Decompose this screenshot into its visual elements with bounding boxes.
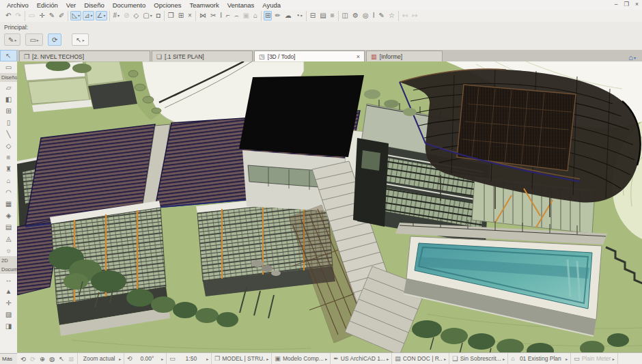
menu-ventanas[interactable]: Ventanas <box>223 1 259 9</box>
prev-tab-icon[interactable]: ↤ <box>401 11 409 20</box>
toolbox-section-2d[interactable]: 2D <box>0 256 17 265</box>
lock-icon[interactable]: ◘ <box>155 11 162 20</box>
object-tool[interactable]: ♜ <box>0 163 17 175</box>
figure-tool[interactable]: ▨ <box>0 309 17 320</box>
orbit-button[interactable]: ⟳ <box>48 33 61 46</box>
scale-control[interactable]: ▭1:50▸ <box>167 353 212 364</box>
minimize-button[interactable]: – <box>615 1 618 8</box>
coordinates-palette-button[interactable]: ▭▸ <box>25 33 42 46</box>
fit-in-window-icon[interactable]: ⊠ <box>68 355 74 363</box>
zoom-in-icon[interactable]: ⊕ <box>40 355 45 363</box>
zone-tool[interactable]: ◬ <box>0 233 17 244</box>
stair-tool[interactable]: ≡ <box>0 152 17 163</box>
slab-tool[interactable]: ◇ <box>0 140 17 152</box>
arrow-mode-button[interactable]: ↖▸ <box>72 33 88 46</box>
dimension-standard-control[interactable]: ▤CON DOC | R...▸ <box>392 353 449 364</box>
explore-icon[interactable]: ↖ <box>59 355 64 363</box>
tab-nivel-techos[interactable]: ❒[2. NIVEL TECHOS] <box>19 51 150 61</box>
next-tab-icon[interactable]: ↦ <box>410 11 419 20</box>
toolbox-section-document[interactable]: Docum <box>0 265 17 274</box>
adjust-icon[interactable]: I <box>219 11 223 20</box>
toolbox-section-diseno[interactable]: Diseño <box>0 73 17 82</box>
drag-icon[interactable]: ❐ <box>167 11 176 20</box>
morph-tool[interactable]: ◈ <box>0 210 17 221</box>
model-view-options-control[interactable]: ▣Modelo Comp...▸ <box>272 353 331 364</box>
tab-close-icon[interactable]: × <box>351 53 360 60</box>
door-tool[interactable]: ◧ <box>0 94 17 105</box>
window-tool[interactable]: ⊞ <box>0 105 17 117</box>
morph-edit-icon[interactable]: ⌂ <box>252 11 259 20</box>
tab-informe[interactable]: ▥[Informe] <box>366 51 443 61</box>
pickup-parameters-icon[interactable]: ✎ <box>48 11 56 20</box>
magic-wand-icon[interactable]: ▢▾ <box>141 11 153 20</box>
suspend-groups-icon[interactable]: ◇ <box>132 11 140 20</box>
snap-points-icon[interactable]: ∠▾ <box>96 11 107 20</box>
dimension-tool[interactable]: ↔ <box>0 274 17 285</box>
building-materials-icon[interactable]: ◫ <box>341 11 350 20</box>
pet-palette-button[interactable]: ✎▸ <box>4 33 20 46</box>
markup-icon[interactable]: ✎ <box>377 11 385 20</box>
dimension-unit-control[interactable]: ▭Plain Meter▸ <box>571 353 618 364</box>
clean-walls-icon[interactable]: ⊟ <box>309 11 317 20</box>
orientation-control[interactable]: ⟲0.00°▸ <box>124 353 167 364</box>
trim-icon[interactable]: ⋈ <box>198 11 208 20</box>
level-dimension-tool[interactable]: ▲ <box>0 285 17 297</box>
redo-icon[interactable]: ↷ <box>14 11 22 20</box>
annotation-icon[interactable]: ✏ <box>273 11 281 20</box>
3d-viewport[interactable] <box>17 61 642 353</box>
eraser-icon[interactable]: ⊘ <box>122 11 130 20</box>
snap-guides-icon[interactable]: ⊿▾ <box>83 11 94 20</box>
beam-tool[interactable]: ╲ <box>0 128 17 140</box>
guide-lines-icon[interactable]: ◺▾ <box>70 11 81 20</box>
close-button[interactable]: × <box>635 1 639 8</box>
fillet-icon[interactable]: ⌐ <box>225 11 232 20</box>
marquee-tool[interactable]: ▭ <box>0 61 17 73</box>
camera-icon[interactable]: ◎ <box>361 11 370 20</box>
zoom-box-icon[interactable]: ◍ <box>49 355 55 363</box>
split-icon[interactable]: ✂ <box>209 11 217 20</box>
lamp-tool[interactable]: ☼ <box>0 244 17 256</box>
menu-ayuda[interactable]: Ayuda <box>258 1 285 9</box>
hotspot-tool[interactable]: ✛ <box>0 297 17 309</box>
overwrite-control[interactable]: ❑Sin Sobrescrit...▸ <box>449 353 508 364</box>
roof-tool[interactable]: ⌂ <box>0 175 17 186</box>
grid-snap-icon[interactable]: #▾ <box>112 11 122 20</box>
schedule-icon[interactable]: ≡ <box>329 11 336 20</box>
drawing-tool[interactable]: ◨ <box>0 320 17 332</box>
arc-icon[interactable]: ⌢ <box>233 11 240 20</box>
mesh-tool[interactable]: ▦ <box>0 198 17 210</box>
menu-opciones[interactable]: Opciones <box>150 1 185 9</box>
menu-diseno[interactable]: Diseño <box>80 1 109 9</box>
layer-combination-control[interactable]: ❐MODEL | STRU...▸ <box>212 353 272 364</box>
shell-tool[interactable]: ◠ <box>0 186 17 198</box>
menu-edicion[interactable]: Edición <box>33 1 62 9</box>
marquee-icon[interactable]: ⊞ <box>264 11 272 20</box>
menu-archivo[interactable]: Archivo <box>3 1 33 9</box>
move-extras-icon[interactable]: ✛ <box>38 11 46 20</box>
gear-settings-icon[interactable]: ⚙ <box>351 11 360 20</box>
visual-compare-icon[interactable]: ◔▾ <box>294 11 304 20</box>
favorites-book-icon[interactable]: ▤ <box>318 11 327 20</box>
renovation-filter-control[interactable]: ⌂01 Existing Plan▸ <box>508 353 571 364</box>
multiply-icon[interactable]: ⊞ <box>177 11 185 20</box>
view-forward-icon[interactable]: ⟳ <box>30 355 36 363</box>
mirror-icon[interactable]: × <box>186 11 193 20</box>
profile-manager-icon[interactable]: I <box>372 11 376 20</box>
menu-ver[interactable]: Ver <box>62 1 80 9</box>
column-tool[interactable]: ▯ <box>0 117 17 128</box>
curtain-wall-tool[interactable]: ▤ <box>0 221 17 233</box>
pen-set-control[interactable]: ✒US ArchiCAD 1...▸ <box>331 353 392 364</box>
tab-site-plan[interactable]: ❏[.1 SITE PLAN] <box>152 51 253 61</box>
zoom-level-control[interactable]: Zoom actual▸ <box>78 353 124 364</box>
wall-tool[interactable]: ▱ <box>0 82 17 94</box>
maximize-button[interactable]: ❐ <box>624 1 629 8</box>
resize-icon[interactable]: ▣ <box>242 11 251 20</box>
revision-cloud-icon[interactable]: ☁ <box>283 11 293 20</box>
menu-documento[interactable]: Documento <box>109 1 150 9</box>
undo-icon[interactable]: ↶ <box>4 11 12 20</box>
menu-teamwork[interactable]: Teamwork <box>185 1 223 9</box>
view-home-button[interactable]: ⌂▾ <box>622 53 642 61</box>
arrow-tool[interactable]: ↖ <box>0 50 17 61</box>
inject-parameters-icon[interactable]: ✐ <box>57 11 66 20</box>
marquee-options-icon[interactable]: ▭ <box>27 11 36 20</box>
